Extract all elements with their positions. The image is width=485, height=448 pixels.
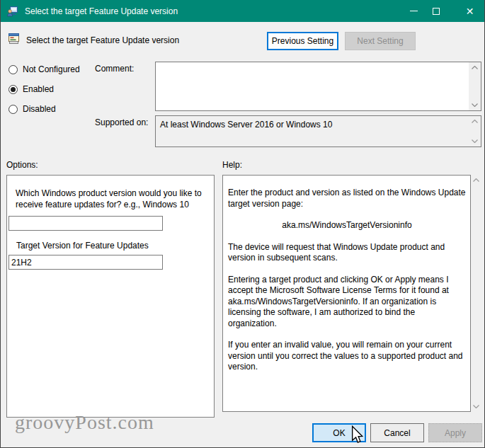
help-text-box[interactable]: Enter the product and version as listed … bbox=[222, 175, 471, 412]
radio-label: Enabled bbox=[23, 84, 54, 94]
radio-disabled[interactable]: Disabled bbox=[8, 103, 56, 115]
close-button[interactable]: ✕ bbox=[454, 0, 485, 22]
radio-label: Not Configured bbox=[23, 64, 80, 74]
supported-scrollbar bbox=[469, 116, 481, 147]
maximize-icon bbox=[433, 8, 440, 15]
close-icon: ✕ bbox=[466, 6, 474, 17]
supported-on-box: At least Windows Server 2016 or Windows … bbox=[155, 115, 481, 147]
scroll-up-icon bbox=[472, 120, 478, 123]
options-panel: Which Windows product version would you … bbox=[6, 175, 215, 418]
ok-button[interactable]: OK bbox=[312, 423, 366, 442]
radio-icon[interactable] bbox=[8, 85, 18, 94]
radio-enabled[interactable]: Enabled bbox=[8, 84, 54, 95]
scroll-down-icon bbox=[472, 139, 478, 143]
radio-icon[interactable] bbox=[8, 105, 18, 114]
help-paragraph: Enter the product and version as listed … bbox=[228, 188, 466, 209]
radio-not-configured[interactable]: Not Configured bbox=[8, 64, 80, 75]
target-version-label: Target Version for Feature Updates bbox=[16, 241, 149, 251]
help-scroll-down-icon[interactable] bbox=[473, 405, 479, 408]
help-paragraph: If you enter an invalid value, you will … bbox=[228, 340, 466, 373]
scroll-up-icon[interactable] bbox=[472, 66, 478, 69]
policy-setting-dialog: Select the target Feature Update version… bbox=[0, 0, 485, 448]
cancel-button[interactable]: Cancel bbox=[370, 423, 424, 442]
help-paragraph: Entering a target product and clicking O… bbox=[228, 275, 466, 330]
help-paragraph: The device will request that Windows Upd… bbox=[228, 242, 466, 264]
minimize-icon bbox=[410, 11, 418, 11]
help-scroll-up-icon[interactable] bbox=[473, 178, 479, 182]
previous-setting-button[interactable]: Previous Setting bbox=[267, 32, 338, 50]
radio-label: Disabled bbox=[23, 104, 56, 114]
help-link-text: aka.ms/WindowsTargetVersioninfo bbox=[228, 220, 466, 231]
maximize-button[interactable] bbox=[424, 0, 448, 22]
radio-icon[interactable] bbox=[8, 65, 18, 74]
title-bar: Select the target Feature Update version… bbox=[1, 0, 485, 22]
supported-on-label: Supported on: bbox=[95, 117, 148, 127]
target-version-input[interactable] bbox=[8, 255, 163, 270]
apply-button[interactable]: Apply bbox=[428, 423, 482, 442]
minimize-button[interactable] bbox=[401, 0, 426, 22]
product-version-question: Which Windows product version would you … bbox=[16, 188, 210, 210]
scroll-down-icon[interactable] bbox=[472, 103, 478, 107]
window-title: Select the target Feature Update version bbox=[25, 6, 178, 16]
comment-scrollbar[interactable] bbox=[469, 62, 481, 110]
policy-setting-icon bbox=[8, 33, 20, 45]
supported-on-value: At least Windows Server 2016 or Windows … bbox=[160, 120, 332, 130]
comment-label: Comment: bbox=[95, 64, 134, 74]
product-version-input[interactable] bbox=[8, 216, 163, 231]
options-section-label: Options: bbox=[6, 160, 38, 170]
next-setting-button[interactable]: Next Setting bbox=[345, 32, 416, 50]
group-policy-icon bbox=[7, 6, 18, 17]
comment-textarea[interactable] bbox=[155, 62, 481, 111]
help-section-label: Help: bbox=[222, 160, 242, 170]
setting-name: Select the target Feature Update version bbox=[26, 35, 179, 45]
